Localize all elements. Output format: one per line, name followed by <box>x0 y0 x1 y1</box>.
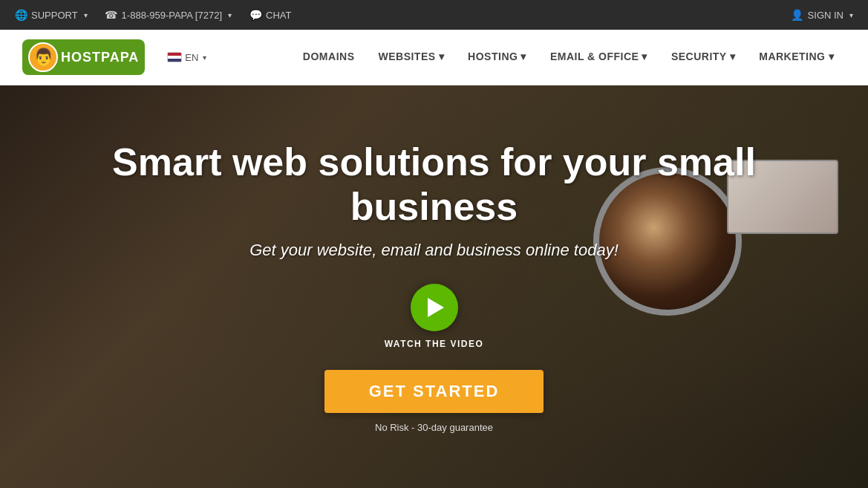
nav-domains[interactable]: DOMAINS <box>291 30 367 85</box>
nav-security[interactable]: SECURITY ▾ <box>659 30 747 85</box>
user-icon: 👤 <box>792 9 803 21</box>
nav-websites-label: WEBSITES <box>378 51 435 62</box>
phone-icon: ☎ <box>105 9 117 21</box>
nav-security-chevron: ▾ <box>730 51 736 62</box>
chat-label: CHAT <box>266 10 291 21</box>
nav-email-office-label: EMAIL & OFFICE <box>550 51 639 62</box>
hero-subtitle: Get your website, email and business onl… <box>249 241 619 260</box>
hero-title: Smart web solutions for your small busin… <box>100 140 769 230</box>
get-started-button[interactable]: GET STARTED <box>324 370 544 413</box>
nav-marketing-label: MARKETING <box>759 51 825 62</box>
nav-domains-label: DOMAINS <box>303 51 355 62</box>
nav-email-office-chevron: ▾ <box>642 51 647 62</box>
lang-selector[interactable]: EN ▾ <box>167 52 206 63</box>
phone-label: 1-888-959-PAPA [7272] <box>122 10 222 21</box>
play-icon <box>428 298 444 317</box>
signin-label: SIGN IN <box>808 10 843 21</box>
signin-chevron: ▾ <box>849 11 853 19</box>
logo-mascot: 👨 <box>28 42 58 72</box>
support-icon: 🌐 <box>15 9 27 21</box>
nav-hosting-chevron: ▾ <box>521 51 526 62</box>
nav-websites[interactable]: WEBSITES ▾ <box>366 30 456 85</box>
nav-hosting[interactable]: HOSTING ▾ <box>456 30 538 85</box>
support-chevron: ▾ <box>84 11 88 19</box>
phone-link[interactable]: ☎ 1-888-959-PAPA [7272] ▾ <box>105 9 232 21</box>
nav-security-label: SECURITY <box>671 51 727 62</box>
chat-link[interactable]: 💬 CHAT <box>249 9 291 21</box>
flag-icon <box>167 52 182 62</box>
play-button[interactable] <box>411 284 458 331</box>
nav-marketing-chevron: ▾ <box>829 51 835 62</box>
signin-link[interactable]: 👤 SIGN IN ▾ <box>792 9 853 21</box>
nav-links: DOMAINS WEBSITES ▾ HOSTING ▾ EMAIL & OFF… <box>291 30 846 85</box>
logo-link[interactable]: 👨 HOSTPAPA <box>22 39 145 75</box>
top-bar: 🌐 SUPPORT ▾ ☎ 1-888-959-PAPA [7272] ▾ 💬 … <box>0 0 868 30</box>
hero-section: Smart web solutions for your small busin… <box>0 85 868 488</box>
phone-chevron: ▾ <box>228 11 232 19</box>
lang-chevron: ▾ <box>203 53 206 62</box>
lang-label: EN <box>185 52 198 63</box>
nav-websites-chevron: ▾ <box>439 51 445 62</box>
video-play-wrapper[interactable]: WATCH THE VIDEO <box>385 284 484 349</box>
logo-text: HOSTPAPA <box>61 50 139 65</box>
nav-hosting-label: HOSTING <box>468 51 518 62</box>
nav-marketing[interactable]: MARKETING ▾ <box>747 30 846 85</box>
hero-content: Smart web solutions for your small busin… <box>71 140 798 434</box>
support-link[interactable]: 🌐 SUPPORT ▾ <box>15 9 88 21</box>
top-bar-left: 🌐 SUPPORT ▾ ☎ 1-888-959-PAPA [7272] ▾ 💬 … <box>15 9 792 21</box>
support-label: SUPPORT <box>31 10 78 21</box>
chat-icon: 💬 <box>249 9 261 21</box>
watch-label: WATCH THE VIDEO <box>385 339 484 349</box>
guarantee-text: No Risk - 30-day guarantee <box>375 422 493 433</box>
nav-email-office[interactable]: EMAIL & OFFICE ▾ <box>538 30 659 85</box>
logo-box: 👨 HOSTPAPA <box>22 39 145 75</box>
nav-bar: 👨 HOSTPAPA EN ▾ DOMAINS WEBSITES ▾ HOSTI… <box>0 30 868 85</box>
